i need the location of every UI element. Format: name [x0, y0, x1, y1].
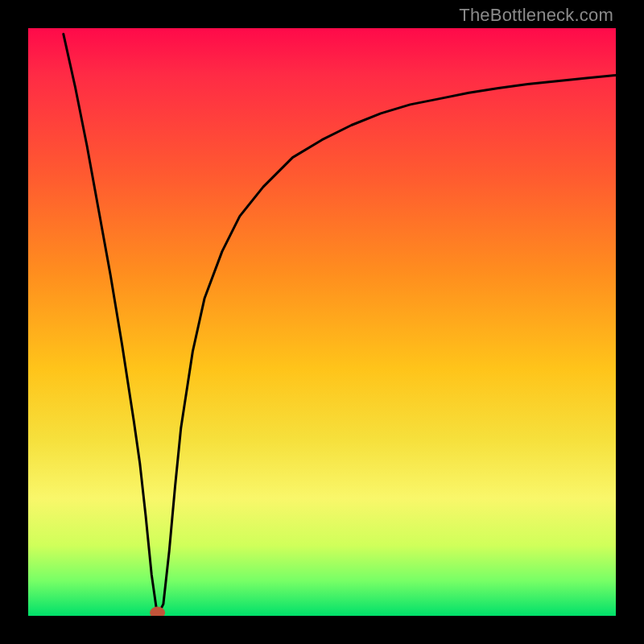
watermark-text: TheBottleneck.com [459, 5, 613, 26]
marker-dot [151, 607, 165, 616]
chart-frame: TheBottleneck.com [0, 0, 644, 644]
curve-svg [28, 28, 616, 616]
plot-area [28, 28, 616, 616]
curve-line [64, 34, 616, 616]
